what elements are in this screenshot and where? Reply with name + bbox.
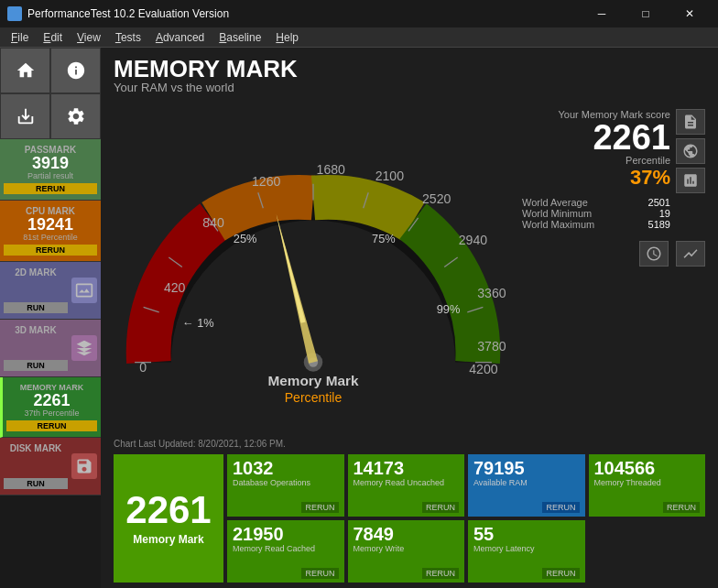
bench-tile-0: 1032 Database Operations RERUN [227, 454, 344, 517]
memory-rerun[interactable]: RERUN [6, 420, 97, 431]
tile-label: Database Operations [233, 478, 339, 502]
page-title: MEMORY MARK [114, 57, 705, 81]
menu-bar: File Edit View Tests Advanced Baseline H… [0, 27, 718, 48]
speedometer-icon-btn[interactable] [639, 241, 669, 267]
menu-edit[interactable]: Edit [36, 29, 70, 46]
sidebar-3d[interactable]: 3D MARK RUN [0, 320, 101, 377]
svg-text:420: 420 [164, 280, 186, 295]
score-panel: Your Memory Mark score 2261 Percentile 3… [522, 100, 705, 437]
sidebar-2d[interactable]: 2D MARK RUN [0, 262, 101, 320]
gauge-svg: 0 420 840 1260 1680 2100 2520 2940 3360 … [114, 100, 513, 437]
export-icon-btn[interactable] [0, 93, 50, 139]
tile-rerun-btn[interactable]: RERUN [301, 568, 338, 579]
score-icon-col [676, 109, 705, 230]
tile-rerun-btn[interactable]: RERUN [542, 502, 579, 513]
bench-tile-6: 55 Memory Latency RERUN [468, 520, 585, 583]
bench-tile-4: 21950 Memory Read Cached RERUN [227, 520, 344, 583]
world-stats: World Average 2501 World Minimum 19 Worl… [522, 197, 670, 230]
tile-label: Memory Latency [473, 544, 580, 568]
page-subtitle: Your RAM vs the world [114, 81, 705, 94]
settings-icon-btn[interactable] [50, 93, 101, 139]
svg-text:2520: 2520 [422, 191, 451, 206]
window-controls: ─ □ ✕ [581, 0, 711, 27]
sidebar: PASSMARK 3919 Partial result RERUN CPU M… [0, 48, 101, 588]
world-max-label: World Maximum [522, 219, 594, 230]
chart-note: Chart Last Updated: 8/20/2021, 12:06 PM. [114, 439, 705, 449]
export-results-btn[interactable] [676, 109, 705, 135]
content-area: MEMORY MARK Your RAM vs the world [101, 48, 718, 588]
memory-sub: 37th Percentile [6, 408, 97, 418]
tile-score: 104566 [594, 458, 701, 478]
tile-score: 7849 [354, 524, 460, 544]
2d-run[interactable]: RUN [4, 302, 68, 313]
sidebar-cpu[interactable]: CPU MARK 19241 81st Percentile RERUN [0, 201, 101, 262]
tile-label: Memory Read Cached [233, 544, 339, 568]
3d-label: 3D MARK [4, 325, 68, 335]
menu-advanced[interactable]: Advanced [148, 29, 212, 46]
disk-run[interactable]: RUN [4, 478, 68, 489]
score-value: 2261 [522, 120, 670, 155]
passmark-sub: Partial result [4, 171, 97, 180]
line-chart-icon-btn[interactable] [676, 241, 705, 267]
menu-help[interactable]: Help [268, 29, 306, 46]
tile-score: 14173 [354, 458, 460, 478]
bench-tile-3: 104566 Memory Threaded RERUN [589, 454, 706, 517]
svg-text:75%: 75% [372, 232, 396, 245]
big-score: 2261 [125, 491, 211, 529]
close-button[interactable]: ✕ [669, 0, 711, 27]
svg-text:0: 0 [139, 360, 147, 375]
svg-text:3780: 3780 [477, 339, 506, 354]
big-label: Memory Mark [133, 533, 203, 546]
tile-score: 55 [473, 524, 580, 544]
title-bar: PerformanceTest 10.2 Evaluation Version … [0, 0, 718, 27]
3d-run[interactable]: RUN [4, 360, 68, 371]
app-icon [7, 6, 22, 21]
maximize-button[interactable]: □ [625, 0, 667, 27]
tile-rerun-btn[interactable]: RERUN [301, 502, 338, 513]
svg-text:← 1%: ← 1% [182, 316, 214, 330]
menu-view[interactable]: View [70, 29, 108, 46]
cpu-rerun[interactable]: RERUN [4, 245, 97, 256]
cpu-score: 19241 [4, 216, 97, 233]
info-icon-btn[interactable] [50, 48, 101, 93]
world-avg-val: 2501 [648, 197, 670, 208]
tile-label: Memory Threaded [594, 478, 701, 502]
app-title: PerformanceTest 10.2 Evaluation Version [27, 7, 581, 20]
gauge-container: 0 420 840 1260 1680 2100 2520 2940 3360 … [114, 100, 513, 437]
svg-text:Memory Mark: Memory Mark [267, 373, 359, 388]
gauge-score-row: 0 420 840 1260 1680 2100 2520 2940 3360 … [114, 100, 705, 437]
passmark-rerun[interactable]: RERUN [4, 183, 97, 194]
chart-btn[interactable] [676, 168, 705, 193]
sidebar-disk[interactable]: DISK MARK RUN [0, 438, 101, 495]
svg-text:2940: 2940 [459, 233, 488, 247]
sidebar-passmark[interactable]: PASSMARK 3919 Partial result RERUN [0, 139, 101, 201]
globe-btn[interactable] [676, 138, 705, 164]
disk-label: DISK MARK [4, 443, 68, 453]
tile-rerun-btn[interactable]: RERUN [663, 502, 700, 513]
tile-score: 79195 [473, 458, 580, 478]
svg-text:99%: 99% [437, 302, 461, 316]
big-memory-tile: 2261 Memory Mark [114, 454, 223, 583]
minimize-button[interactable]: ─ [581, 0, 623, 27]
sidebar-memory[interactable]: MEMORY MARK 2261 37th Percentile RERUN [0, 377, 101, 438]
menu-baseline[interactable]: Baseline [212, 29, 268, 46]
2d-label: 2D MARK [4, 267, 68, 278]
home-icon-btn[interactable] [0, 48, 50, 93]
percentile-value: 37% [522, 166, 670, 190]
world-min-label: World Minimum [522, 208, 592, 219]
menu-tests[interactable]: Tests [108, 29, 148, 46]
sidebar-top-icons [0, 48, 101, 93]
tile-rerun-btn[interactable]: RERUN [422, 502, 459, 513]
tile-rerun-btn[interactable]: RERUN [542, 568, 579, 579]
svg-text:3360: 3360 [477, 286, 506, 300]
tiles-grid: 1032 Database Operations RERUN 14173 Mem… [227, 454, 705, 583]
menu-file[interactable]: File [4, 29, 36, 46]
tile-score: 1032 [233, 458, 339, 478]
svg-text:840: 840 [202, 215, 224, 230]
bench-tile-5: 7849 Memory Write RERUN [348, 520, 465, 583]
svg-text:25%: 25% [234, 232, 257, 245]
tile-rerun-btn[interactable]: RERUN [422, 568, 459, 579]
passmark-score: 3919 [4, 155, 97, 171]
svg-marker-29 [274, 213, 305, 322]
svg-text:1260: 1260 [252, 174, 281, 189]
